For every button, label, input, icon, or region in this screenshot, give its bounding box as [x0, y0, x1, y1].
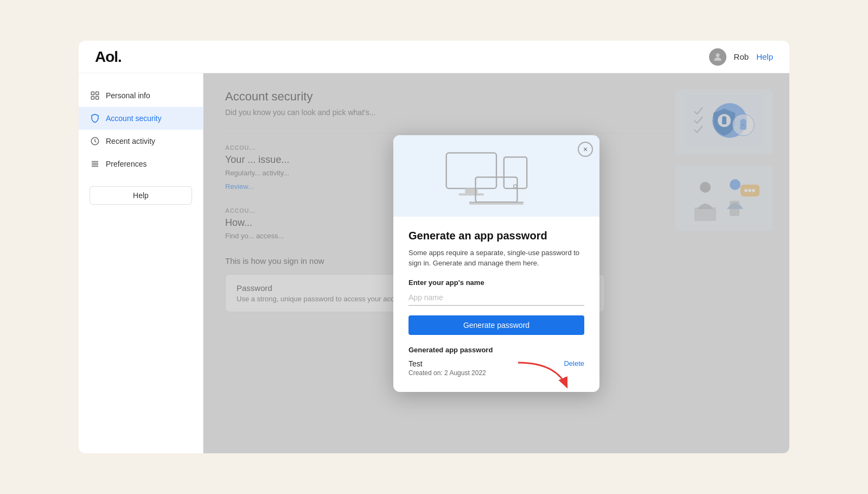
sidebar-item-account-security[interactable]: Account security	[79, 107, 203, 130]
delete-link[interactable]: Delete	[564, 359, 584, 368]
person-icon	[90, 90, 100, 101]
close-icon: ×	[583, 145, 588, 154]
svg-point-36	[514, 185, 517, 188]
svg-rect-34	[459, 193, 484, 195]
avatar	[709, 48, 726, 66]
input-label: Enter your app's name	[409, 278, 584, 287]
username-label: Rob	[734, 52, 749, 61]
modal-title: Generate an app password	[409, 230, 584, 242]
modal-overlay: × Generate an app password Some apps req…	[203, 73, 789, 453]
sidebar-label-personal-info: Personal info	[106, 91, 150, 100]
generated-app-name: Test	[409, 359, 486, 368]
svg-rect-2	[96, 92, 99, 94]
sidebar-help-button[interactable]: Help	[90, 186, 192, 205]
app-name-input[interactable]	[409, 290, 584, 306]
modal-body: Generate an app password Some apps requi…	[393, 217, 599, 392]
svg-rect-3	[91, 97, 94, 99]
generated-info: Test Created on: 2 August 2022	[409, 359, 486, 377]
svg-rect-32	[446, 153, 496, 188]
help-link[interactable]: Help	[756, 52, 773, 61]
generated-section-title: Generated app password	[409, 346, 584, 354]
modal-description: Some apps require a separate, single-use…	[409, 248, 584, 269]
sidebar-item-recent-activity[interactable]: Recent activity	[79, 130, 203, 153]
sidebar-item-personal-info[interactable]: Personal info	[79, 84, 203, 107]
sidebar-label-preferences: Preferences	[106, 160, 146, 168]
generated-entry-row: Test Created on: 2 August 2022 Delete	[409, 359, 584, 377]
generated-app-date: Created on: 2 August 2022	[409, 369, 486, 377]
aol-logo: Aol.	[95, 48, 122, 66]
sidebar-item-preferences[interactable]: Preferences	[79, 153, 203, 175]
list-icon	[90, 159, 100, 169]
generate-password-button[interactable]: Generate password	[409, 315, 584, 335]
main-layout: Personal info Account security Recent ac…	[79, 73, 789, 453]
header-right: Rob Help	[709, 48, 773, 66]
browser-window: Aol. Rob Help Personal info Account sec	[79, 41, 789, 453]
content-area: Account security Did you know you can lo…	[203, 73, 789, 453]
svg-point-0	[716, 53, 719, 57]
svg-rect-35	[504, 157, 527, 188]
sidebar-label-recent-activity: Recent activity	[106, 137, 155, 145]
shield-sidebar-icon	[90, 113, 100, 124]
modal-close-button[interactable]: ×	[578, 142, 593, 157]
modal-illustration	[393, 135, 599, 217]
header: Aol. Rob Help	[79, 41, 789, 73]
sidebar-label-account-security: Account security	[106, 114, 162, 123]
sidebar: Personal info Account security Recent ac…	[79, 73, 203, 453]
svg-rect-1	[91, 92, 94, 94]
svg-rect-4	[96, 97, 99, 99]
clock-icon	[90, 136, 100, 147]
app-password-modal: × Generate an app password Some apps req…	[393, 135, 599, 392]
